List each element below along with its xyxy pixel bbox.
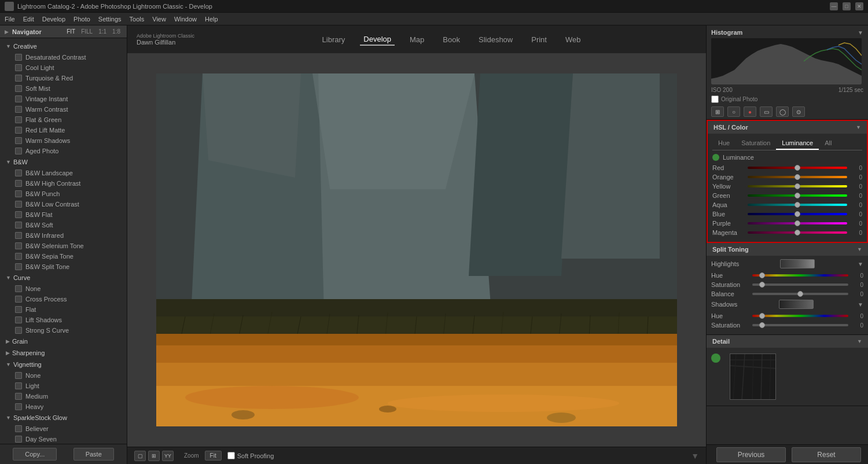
graduated-filter-tool[interactable]: ▭ [760,106,773,117]
tab-saturation[interactable]: Saturation [735,137,776,150]
preset-group-vignetting[interactable]: ▼ Vignetting [0,359,127,370]
red-slider[interactable] [748,167,847,169]
magenta-slider-thumb[interactable] [795,230,800,235]
menu-develop[interactable]: Develop [42,16,65,23]
target-adjust-icon[interactable] [712,154,719,161]
highlights-hue-thumb[interactable] [759,272,765,278]
highlights-sat-thumb[interactable] [759,282,765,288]
preset-group-grain[interactable]: ▶ Grain [0,336,127,347]
shadows-hue-slider[interactable] [752,315,848,317]
blue-slider-thumb[interactable] [795,211,800,217]
soft-proofing-toggle[interactable]: Soft Proofing [227,452,274,459]
minimize-button[interactable]: — [830,2,838,10]
fit-btn-1-8[interactable]: 1:8 [111,28,122,35]
soft-proofing-checkbox[interactable] [227,452,235,459]
fit-btn-fit[interactable]: FIT [65,28,77,35]
aqua-slider-thumb[interactable] [795,202,800,208]
balance-thumb[interactable] [797,291,803,297]
nav-print[interactable]: Print [528,34,550,45]
list-item[interactable]: Medium [0,391,127,402]
list-item[interactable]: Turquoise & Red [0,73,127,83]
highlights-color-swatch[interactable] [780,259,815,268]
orange-slider-thumb[interactable] [795,174,800,180]
nav-web[interactable]: Web [562,34,584,45]
nav-library[interactable]: Library [319,34,349,45]
adjustment-brush-tool[interactable]: ⊙ [792,106,805,117]
menu-window[interactable]: Window [174,16,197,23]
purple-slider-thumb[interactable] [795,220,800,226]
menu-edit[interactable]: Edit [23,16,34,23]
fit-btn[interactable]: Fit [205,451,222,461]
purple-slider[interactable] [748,222,847,224]
nav-develop[interactable]: Develop [360,34,395,46]
preset-group-creative[interactable]: ▼ Creative [0,40,127,52]
list-item[interactable]: Red Lift Matte [0,125,127,135]
shadows-dropdown-icon[interactable]: ▼ [858,301,863,308]
detail-target-icon[interactable] [711,353,720,363]
red-slider-thumb[interactable] [795,165,800,171]
list-item[interactable]: Desaturated Contrast [0,52,127,62]
preset-group-curve[interactable]: ▼ Curve [0,272,127,283]
filmstrip-toggle-icon[interactable]: ▼ [691,451,699,461]
shadows-color-swatch[interactable] [779,300,814,309]
list-item[interactable]: Strong S Curve [0,325,127,336]
spot-removal-tool[interactable]: ○ [727,106,740,117]
menu-file[interactable]: File [5,16,15,23]
view-btn-survey[interactable]: YY [162,451,174,461]
list-item[interactable]: Believer [0,424,127,434]
list-item[interactable]: None [0,370,127,381]
detail-section-header[interactable]: Detail ▼ [707,335,868,348]
view-btn-compare[interactable]: ⊞ [148,451,160,461]
split-toning-header[interactable]: Split Toning ▼ [707,243,868,256]
view-btn-single[interactable]: ▢ [134,451,146,461]
list-item[interactable]: Soft Mist [0,83,127,94]
list-item[interactable]: B&W Split Tone [0,262,127,272]
aqua-slider[interactable] [748,204,847,206]
list-item[interactable]: B&W Infrared [0,230,127,241]
balance-slider[interactable] [752,293,848,295]
crop-tool[interactable]: ⊞ [711,106,724,117]
list-item[interactable]: B&W Low Contrast [0,199,127,209]
list-item[interactable]: Cross Process [0,294,127,304]
radial-filter-tool[interactable]: ◯ [776,106,789,117]
menu-photo[interactable]: Photo [73,16,90,23]
list-item[interactable]: Flat & Green [0,115,127,125]
list-item[interactable]: Vintage Instant [0,94,127,104]
yellow-slider-thumb[interactable] [795,183,800,189]
original-photo-checkbox[interactable] [711,95,719,103]
list-item[interactable]: B&W Selenium Tone [0,241,127,251]
histogram-collapse[interactable]: ▼ [858,30,863,36]
nav-map[interactable]: Map [406,34,428,45]
list-item[interactable]: Lift Shadows [0,315,127,325]
preset-group-bw[interactable]: ▼ B&W [0,156,127,168]
list-item[interactable]: Flat [0,304,127,315]
list-item[interactable]: B&W Punch [0,189,127,199]
shadows-sat-thumb[interactable] [759,322,765,328]
nav-book[interactable]: Book [439,34,464,45]
orange-slider[interactable] [748,176,847,178]
preset-group-sharpening[interactable]: ▶ Sharpening [0,347,127,359]
fit-btn-fill[interactable]: FILL [79,28,94,35]
window-controls[interactable]: — □ ✕ [830,2,863,10]
shadows-sat-slider[interactable] [752,324,848,326]
list-item[interactable]: B&W Landscape [0,168,127,178]
tab-luminance[interactable]: Luminance [776,137,819,150]
list-item[interactable]: B&W High Contrast [0,178,127,189]
list-item[interactable]: Aged Photo [0,146,127,156]
fit-btn-1-1[interactable]: 1:1 [97,28,108,35]
highlights-hue-slider[interactable] [752,274,848,277]
highlights-sat-slider[interactable] [752,283,848,286]
blue-slider[interactable] [748,213,847,215]
red-eye-tool[interactable]: ● [744,106,756,117]
list-item[interactable]: B&W Sepia Tone [0,251,127,262]
menu-tools[interactable]: Tools [130,16,145,23]
maximize-button[interactable]: □ [843,2,851,10]
close-button[interactable]: ✕ [855,2,863,10]
list-item[interactable]: Day Seven [0,434,127,444]
list-item[interactable]: Warm Shadows [0,135,127,146]
copy-button[interactable]: Copy... [13,448,57,461]
list-item[interactable]: Warm Contrast [0,104,127,115]
nav-slideshow[interactable]: Slideshow [475,34,516,45]
green-slider[interactable] [748,194,847,197]
tab-all[interactable]: All [819,137,837,150]
